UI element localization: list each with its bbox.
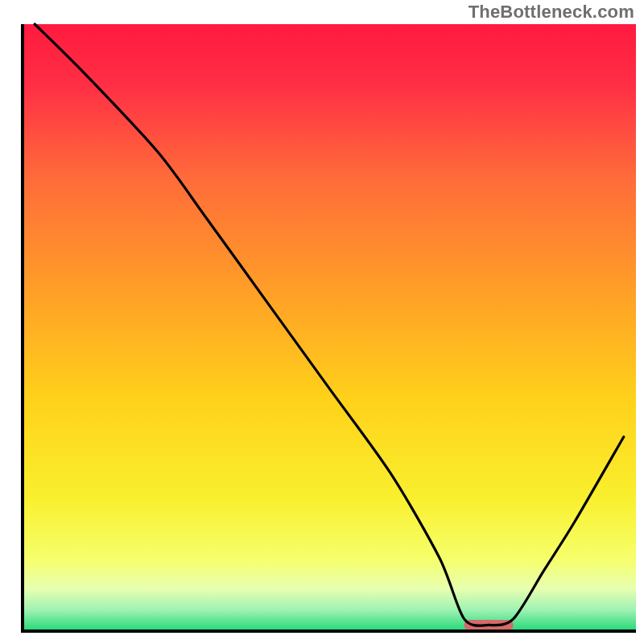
chart-container: TheBottleneck.com <box>0 0 644 644</box>
plot-background <box>23 24 636 631</box>
bottleneck-chart <box>0 0 644 644</box>
watermark-text: TheBottleneck.com <box>469 2 634 23</box>
